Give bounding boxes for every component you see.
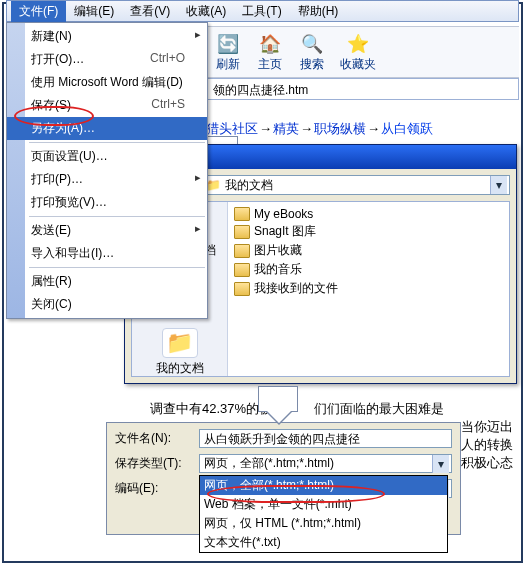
folder-icon xyxy=(234,282,250,296)
crumb-link[interactable]: 精英 xyxy=(273,121,299,136)
encoding-label: 编码(E): xyxy=(115,480,193,497)
menu-item[interactable]: 保存(S)Ctrl+S xyxy=(7,94,207,117)
filename-label: 文件名(N): xyxy=(115,430,193,447)
save-options-panel: 文件名(N): 从白领跃升到金领的四点捷径 保存类型(T): 网页，全部(*.h… xyxy=(106,422,461,535)
menu-item[interactable]: 页面设置(U)… xyxy=(7,145,207,168)
place-icon: 📁 xyxy=(162,328,198,358)
menu-file[interactable]: 文件(F) xyxy=(11,1,66,22)
menu-edit[interactable]: 编辑(E) xyxy=(66,1,122,22)
folder-icon: 📁 xyxy=(206,178,221,192)
savetype-option[interactable]: 网页，仅 HTML (*.htm;*.html) xyxy=(200,514,447,533)
refresh-icon: 🔄 xyxy=(214,32,242,56)
menu-item[interactable]: 发送(E) xyxy=(7,219,207,242)
folder-item[interactable]: 我的音乐 xyxy=(232,260,505,279)
save-in-value: 我的文档 xyxy=(225,177,273,194)
folder-item[interactable]: SnagIt 图库 xyxy=(232,222,505,241)
folder-name: 图片收藏 xyxy=(254,242,302,259)
menu-item[interactable]: 打开(O)…Ctrl+O xyxy=(7,48,207,71)
menubar: 文件(F) 编辑(E) 查看(V) 收藏(A) 工具(T) 帮助(H) xyxy=(6,0,519,22)
toolbar-label: 收藏夹 xyxy=(340,56,376,73)
toolbar: 🔄刷新🏠主页🔍搜索⭐收藏夹 xyxy=(206,26,519,78)
menu-view[interactable]: 查看(V) xyxy=(122,1,178,22)
folder-item[interactable]: 图片收藏 xyxy=(232,241,505,260)
place-item[interactable]: 📁我的文档 xyxy=(138,324,222,381)
save-in-combo[interactable]: 📁 我的文档 xyxy=(201,175,510,195)
folder-name: My eBooks xyxy=(254,207,313,221)
toolbar-主页[interactable]: 🏠主页 xyxy=(256,32,284,73)
address-bar[interactable]: 领的四点捷径.htm xyxy=(206,78,519,100)
folder-name: SnagIt 图库 xyxy=(254,223,316,240)
file-list[interactable]: My eBooksSnagIt 图库图片收藏我的音乐我接收到的文件 xyxy=(228,202,509,376)
menu-item[interactable]: 另存为(A)… xyxy=(7,117,207,140)
toolbar-label: 刷新 xyxy=(216,56,240,73)
folder-name: 我的音乐 xyxy=(254,261,302,278)
folder-item[interactable]: 我接收到的文件 xyxy=(232,279,505,298)
toolbar-label: 搜索 xyxy=(300,56,324,73)
folder-name: 我接收到的文件 xyxy=(254,280,338,297)
menu-item[interactable]: 打印预览(V)… xyxy=(7,191,207,214)
toolbar-label: 主页 xyxy=(258,56,282,73)
crumb-current: 从白领跃 xyxy=(381,121,433,136)
savetype-option[interactable]: 文本文件(*.txt) xyxy=(200,533,447,552)
folder-icon xyxy=(234,244,250,258)
menu-item[interactable]: 属性(R) xyxy=(7,270,207,293)
savetype-label: 保存类型(T): xyxy=(115,455,193,472)
favorites-icon: ⭐ xyxy=(344,32,372,56)
home-icon: 🏠 xyxy=(256,32,284,56)
toolbar-搜索[interactable]: 🔍搜索 xyxy=(298,32,326,73)
filename-input[interactable]: 从白领跃升到金领的四点捷径 xyxy=(199,429,452,448)
menu-tools[interactable]: 工具(T) xyxy=(234,1,289,22)
menu-item[interactable]: 打印(P)… xyxy=(7,168,207,191)
callout-arrow-icon xyxy=(258,386,298,412)
folder-icon xyxy=(234,207,250,221)
folder-icon xyxy=(234,225,250,239)
crumb-link[interactable]: 猎头社区 xyxy=(206,121,258,136)
menu-help[interactable]: 帮助(H) xyxy=(290,1,347,22)
savetype-combo[interactable]: 网页，全部(*.htm;*.html) xyxy=(199,454,452,473)
search-icon: 🔍 xyxy=(298,32,326,56)
file-menu: 新建(N)打开(O)…Ctrl+O使用 Microsoft Word 编辑(D)… xyxy=(6,22,208,319)
menu-item[interactable]: 使用 Microsoft Word 编辑(D) xyxy=(7,71,207,94)
place-label: 我的文档 xyxy=(138,360,222,377)
folder-icon xyxy=(234,263,250,277)
toolbar-收藏夹[interactable]: ⭐收藏夹 xyxy=(340,32,376,73)
toolbar-刷新[interactable]: 🔄刷新 xyxy=(214,32,242,73)
crumb-link[interactable]: 职场纵横 xyxy=(314,121,366,136)
savetype-option[interactable]: 网页，全部(*.htm;*.html) xyxy=(200,476,447,495)
folder-item[interactable]: My eBooks xyxy=(232,206,505,222)
menu-item[interactable]: 导入和导出(I)… xyxy=(7,242,207,265)
savetype-dropdown[interactable]: 网页，全部(*.htm;*.html)Web 档案，单一文件(*.mht)网页，… xyxy=(199,475,448,553)
savetype-option[interactable]: Web 档案，单一文件(*.mht) xyxy=(200,495,447,514)
menu-fav[interactable]: 收藏(A) xyxy=(178,1,234,22)
breadcrumb: 猎头社区→精英→职场纵横→从白领跃 xyxy=(206,120,519,138)
menu-item[interactable]: 新建(N) xyxy=(7,25,207,48)
menu-item[interactable]: 关闭(C) xyxy=(7,293,207,316)
